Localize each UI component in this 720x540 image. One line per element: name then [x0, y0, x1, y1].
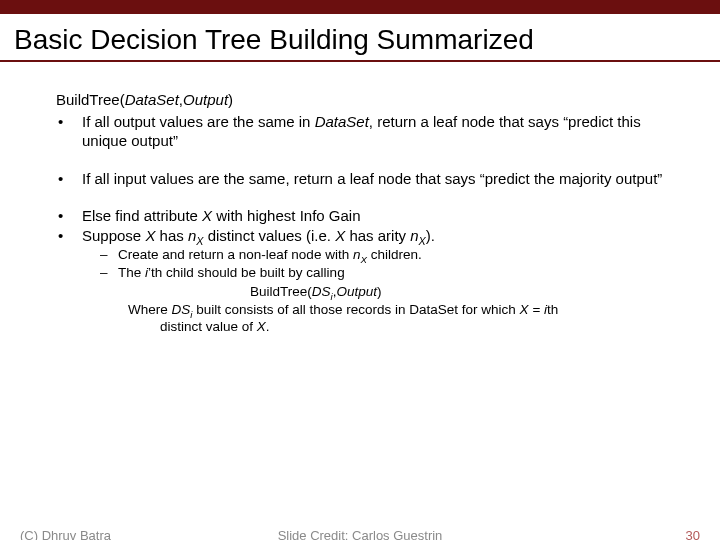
func-arg2: Output [183, 91, 228, 108]
page-title: Basic Decision Tree Building Summarized [0, 14, 720, 60]
w-p3: = [529, 302, 544, 317]
accent-bar [0, 0, 720, 14]
b1-pre: If all output values are the same in [82, 113, 315, 130]
w-p2: built consists of all those records in D… [192, 302, 519, 317]
bullet-3: • Else find attribute X with highest Inf… [56, 206, 670, 225]
b4-x1: X [145, 227, 155, 244]
b4-p2: has [155, 227, 188, 244]
bullet-1: • If all output values are the same in D… [56, 112, 670, 150]
d1-p2: children. [367, 247, 422, 262]
b1-dataset: DataSet [315, 113, 369, 130]
bullet-text: If all input values are the same, return… [82, 169, 670, 188]
b4-p3: distinct values (i.e. [203, 227, 335, 244]
footer-center: Slide Credit: Carlos Guestrin [0, 528, 720, 540]
d2-p1: The [118, 265, 145, 280]
w-ds: DS [172, 302, 191, 317]
wc-p1: distinct value of [160, 319, 257, 334]
b4-p5: ). [426, 227, 435, 244]
wc-p2: . [266, 319, 270, 334]
b4-p4: has arity [345, 227, 410, 244]
b4-x2: X [335, 227, 345, 244]
call-p1: BuildTree( [250, 284, 312, 299]
where-clause: Where DSi built consists of all those re… [100, 301, 670, 318]
footer-right: 30 [686, 528, 700, 540]
dash-text: The i’th child should be built by callin… [118, 264, 345, 281]
b3-post: with highest Info Gain [212, 207, 360, 224]
w-p4: th [547, 302, 558, 317]
b3-x: X [202, 207, 212, 224]
bullet-2: • If all input values are the same, retu… [56, 169, 670, 188]
d2-p2: ’th child should be built by calling [148, 265, 345, 280]
bullet-dot: • [56, 112, 82, 150]
bullet-text: If all output values are the same in Dat… [82, 112, 670, 150]
sub-bullets: – Create and return a non-leaf node with… [56, 246, 670, 335]
b4-p1: Suppose [82, 227, 145, 244]
func-post: ) [228, 91, 233, 108]
d1-p1: Create and return a non-leaf node with [118, 247, 353, 262]
dash-mark: – [100, 246, 118, 263]
dash-text: Create and return a non-leaf node with n… [118, 246, 422, 263]
title-underline [0, 60, 720, 62]
bullet-text: Suppose X has nX distinct values (i.e. X… [82, 226, 670, 245]
call-out: Output [336, 284, 377, 299]
b4-sub2: X [419, 235, 426, 247]
recursive-call: BuildTree(DSi,Output) [100, 283, 670, 300]
bullet-4: • Suppose X has nX distinct values (i.e.… [56, 226, 670, 245]
func-pre: BuildTree( [56, 91, 125, 108]
call-ds: DS [312, 284, 331, 299]
dash-mark: – [100, 264, 118, 281]
bullet-dot: • [56, 169, 82, 188]
bullet-text: Else find attribute X with highest Info … [82, 206, 670, 225]
call-p2: ) [377, 284, 382, 299]
w-p1: Where [128, 302, 172, 317]
where-cont: distinct value of X. [100, 318, 670, 335]
wc-x: X [257, 319, 266, 334]
bullet-dot: • [56, 206, 82, 225]
w-x: X [520, 302, 529, 317]
func-arg1: DataSet [125, 91, 179, 108]
function-signature: BuildTree(DataSet,Output) [56, 90, 670, 109]
dash-1: – Create and return a non-leaf node with… [100, 246, 670, 263]
slide-body: BuildTree(DataSet,Output) • If all outpu… [0, 90, 720, 335]
b4-n2: n [410, 227, 418, 244]
dash-2: – The i’th child should be built by call… [100, 264, 670, 281]
b3-pre: Else find attribute [82, 207, 202, 224]
bullet-dot: • [56, 226, 82, 245]
